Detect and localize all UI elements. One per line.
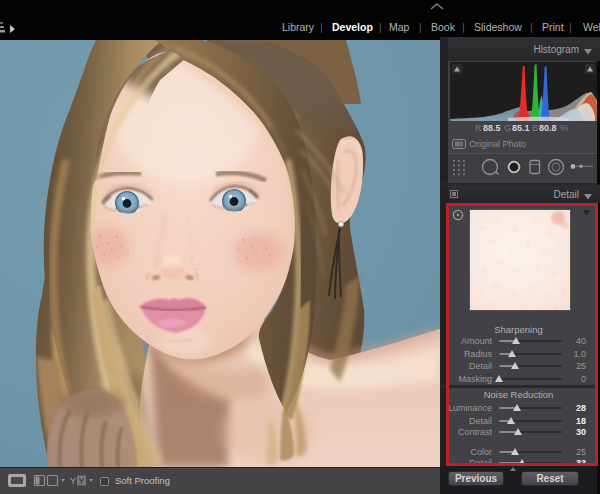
svg-text:Y: Y (79, 476, 85, 486)
svg-text:Y: Y (70, 476, 76, 486)
